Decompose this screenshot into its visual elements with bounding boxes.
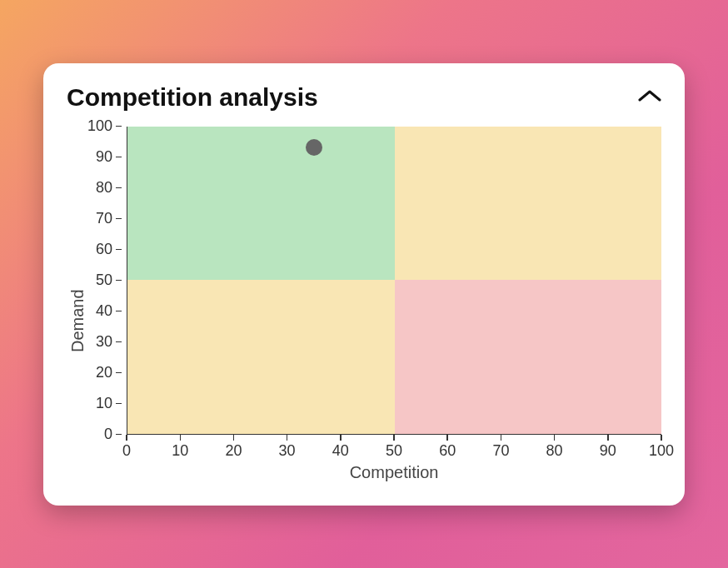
x-tick-label: 60	[439, 442, 456, 460]
y-tick-label: 10	[96, 395, 112, 412]
data-point	[306, 139, 322, 156]
x-tick-mark	[287, 435, 288, 441]
x-tick-mark	[179, 435, 181, 441]
y-tick-mark	[116, 311, 122, 312]
y-tick-mark	[116, 372, 122, 374]
x-tick-mark	[126, 435, 127, 441]
x-tick-label: 90	[600, 442, 616, 460]
x-tick-label: 0	[122, 442, 131, 460]
quadrant-bottom-right	[395, 280, 661, 434]
x-tick: 10	[172, 435, 188, 460]
y-tick-label: 50	[96, 272, 112, 289]
y-tick-mark	[116, 187, 122, 189]
y-tick-mark	[116, 434, 122, 436]
y-tick-label: 60	[96, 241, 112, 258]
y-tick-label: 90	[96, 148, 112, 166]
card-title: Competition analysis	[67, 83, 318, 112]
y-tick-mark	[116, 341, 122, 343]
x-tick: 50	[386, 435, 402, 460]
y-tick-label: 40	[96, 302, 112, 320]
quadrant-bottom-left	[127, 280, 394, 434]
x-tick-label: 40	[332, 442, 349, 460]
x-tick: 60	[439, 435, 456, 460]
x-tick-label: 50	[386, 442, 402, 460]
x-tick: 90	[600, 435, 616, 460]
x-tick-label: 30	[279, 442, 296, 460]
x-tick: 30	[279, 435, 296, 460]
y-axis-label: Demand	[67, 127, 87, 482]
x-tick: 100	[649, 435, 674, 460]
chevron-up-icon	[638, 89, 661, 102]
x-tick-mark	[554, 435, 556, 441]
quadrant-top-left	[127, 127, 394, 281]
x-tick-label: 70	[492, 442, 509, 460]
y-tick-mark	[116, 403, 122, 405]
x-tick-label: 10	[172, 442, 188, 460]
x-tick-label: 100	[649, 442, 674, 460]
x-tick-label: 80	[546, 442, 563, 460]
x-axis-label: Competition	[127, 463, 661, 482]
x-tick: 0	[122, 435, 131, 460]
x-tick-mark	[340, 435, 342, 441]
y-tick-label: 20	[96, 364, 112, 381]
y-tick-label: 30	[96, 333, 112, 351]
x-axis-ticks: 0102030405060708090100	[127, 435, 661, 460]
card-header: Competition analysis	[67, 83, 661, 112]
chart: Demand 1009080706050403020100 0102030405…	[67, 127, 661, 482]
y-tick-mark	[116, 218, 122, 220]
x-tick-mark	[501, 435, 502, 441]
y-tick-label: 80	[96, 179, 112, 197]
x-tick: 70	[492, 435, 509, 460]
x-tick: 40	[332, 435, 349, 460]
y-tick-mark	[116, 249, 122, 251]
plot-area	[127, 127, 661, 435]
x-tick-label: 20	[225, 442, 242, 460]
x-tick-mark	[661, 435, 662, 441]
x-tick: 80	[546, 435, 563, 460]
y-axis-ticks: 1009080706050403020100	[87, 127, 127, 435]
y-tick-label: 100	[87, 117, 112, 135]
x-tick-mark	[393, 435, 395, 441]
y-tick-label: 0	[104, 426, 112, 443]
collapse-toggle[interactable]	[638, 89, 661, 106]
y-tick-mark	[116, 157, 122, 158]
x-tick-mark	[446, 435, 448, 441]
y-tick-mark	[116, 280, 122, 282]
quadrant-top-right	[395, 127, 661, 281]
y-tick-label: 70	[96, 210, 112, 227]
x-tick-mark	[607, 435, 609, 441]
competition-analysis-card: Competition analysis Demand 100908070605…	[43, 63, 685, 506]
x-tick: 20	[225, 435, 242, 460]
x-tick-mark	[233, 435, 235, 441]
y-tick-mark	[116, 126, 122, 127]
